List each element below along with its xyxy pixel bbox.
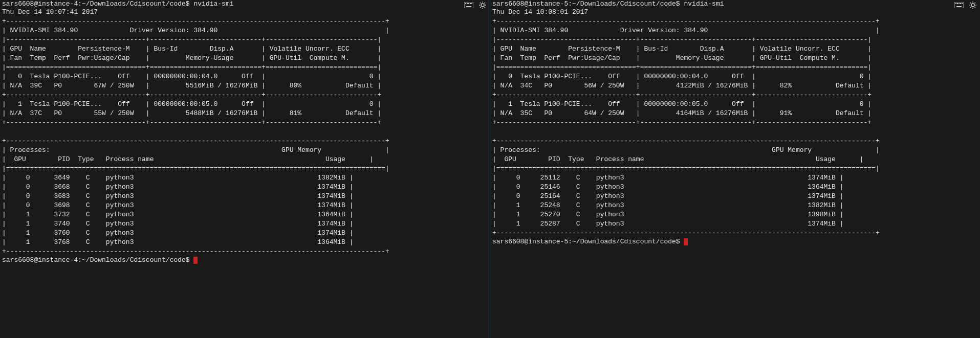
svg-rect-1: [465, 3, 466, 4]
keyboard-icon[interactable]: [954, 2, 964, 8]
prompt-line-2[interactable]: sars6608@instance-5:~/Downloads/Cdiscoun…: [492, 238, 978, 245]
command-text: nvidia-smi: [684, 0, 724, 8]
nvidia-smi-output: Thu Dec 14 10:07:41 2017 +--------------…: [2, 8, 488, 256]
nvidia-smi-output: Thu Dec 14 10:08:01 2017 +--------------…: [492, 8, 978, 238]
svg-rect-5: [471, 3, 472, 4]
prompt-text: sars6608@instance-5:~/Downloads/Cdiscoun…: [492, 238, 680, 245]
svg-rect-3: [468, 3, 469, 4]
svg-point-7: [481, 4, 484, 7]
prompt-text: sars6608@instance-5:~/Downloads/Cdiscoun…: [492, 0, 680, 8]
svg-rect-2: [467, 3, 468, 4]
svg-rect-4: [470, 3, 471, 4]
cursor-icon: [684, 238, 688, 245]
command-text: nvidia-smi: [193, 0, 233, 8]
svg-rect-10: [957, 3, 958, 4]
svg-point-15: [971, 4, 974, 7]
gear-icon[interactable]: [478, 1, 487, 9]
svg-rect-6: [466, 6, 471, 7]
terminal-pane-right[interactable]: sars6608@instance-5:~/Downloads/Cdiscoun…: [490, 0, 980, 338]
svg-rect-9: [955, 3, 956, 4]
prompt-text: sars6608@instance-4:~/Downloads/Cdiscoun…: [2, 0, 190, 8]
cursor-icon: [193, 257, 198, 264]
gear-icon[interactable]: [969, 1, 977, 9]
svg-rect-0: [464, 2, 473, 8]
prompt-line: sars6608@instance-4:~/Downloads/Cdiscoun…: [2, 0, 488, 8]
prompt-line: sars6608@instance-5:~/Downloads/Cdiscoun…: [492, 0, 978, 8]
svg-rect-8: [954, 2, 964, 8]
svg-rect-13: [962, 3, 963, 4]
svg-rect-12: [960, 3, 961, 4]
prompt-text: sars6608@instance-4:~/Downloads/Cdiscoun…: [2, 256, 190, 264]
prompt-line-2[interactable]: sars6608@instance-4:~/Downloads/Cdiscoun…: [2, 256, 488, 264]
svg-rect-11: [959, 3, 960, 4]
keyboard-icon[interactable]: [464, 2, 473, 8]
svg-rect-14: [956, 6, 962, 7]
terminal-pane-left[interactable]: sars6608@instance-4:~/Downloads/Cdiscoun…: [0, 0, 490, 338]
